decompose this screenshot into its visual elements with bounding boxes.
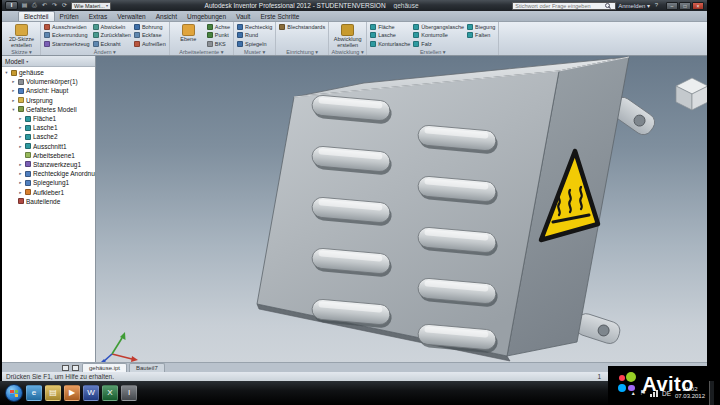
konturlasche-button[interactable]: Konturlasche xyxy=(370,40,410,48)
spiegeln-button[interactable]: Spiegeln xyxy=(237,40,272,48)
tree-item-ausschnitt1[interactable]: ▸Ausschnitt1 xyxy=(2,142,95,151)
tree-item-ursprung[interactable]: ▸Ursprung xyxy=(2,96,95,105)
tree-item-gefaltetes-modell[interactable]: ▾Gefaltetes Modell xyxy=(2,105,95,114)
panel-label[interactable]: Erstellen ▾ xyxy=(367,49,498,55)
start-button[interactable] xyxy=(5,384,23,402)
autodesk-inventor-taskbar-icon[interactable]: I xyxy=(121,385,137,401)
eckfase-button[interactable]: Eckfase xyxy=(134,31,166,39)
ribbon-tab-erste-schritte[interactable]: Erste Schritte xyxy=(255,12,304,21)
ebene-button[interactable]: Ebene xyxy=(173,23,204,43)
viewport-3d[interactable] xyxy=(96,56,707,362)
windows-media-player-taskbar-icon[interactable]: ▶ xyxy=(64,385,80,401)
close-button[interactable]: × xyxy=(692,2,704,10)
expander-icon[interactable]: ▾ xyxy=(11,107,16,112)
expander-icon[interactable]: ▸ xyxy=(11,88,16,93)
new-file-icon[interactable]: ▤ xyxy=(20,1,29,10)
bergangslasche-button[interactable]: Übergangslasche xyxy=(413,23,464,31)
browser-header[interactable]: Modell ▾ xyxy=(2,56,95,67)
tree-item-geh-use[interactable]: ▾gehäuse xyxy=(2,68,95,77)
expander-icon[interactable]: ▸ xyxy=(11,98,16,103)
cad-model[interactable] xyxy=(257,57,658,361)
ribbon-tab-blechteil[interactable]: Blechteil xyxy=(18,11,55,21)
panel-label[interactable]: Arbeitselemente ▾ xyxy=(170,49,233,55)
word-taskbar-icon[interactable]: W xyxy=(83,385,99,401)
abwickeln-button[interactable]: Abwickeln xyxy=(93,23,131,31)
excel-taskbar-icon[interactable]: X xyxy=(102,385,118,401)
bks-button[interactable]: BKS xyxy=(207,40,230,48)
expander-icon[interactable]: ▸ xyxy=(18,190,23,195)
tree-item-stanzwerkzeug1[interactable]: ▸Stanzwerkzeug1 xyxy=(2,160,95,169)
falten-button[interactable]: Falten xyxy=(467,31,495,39)
biegung-button[interactable]: Biegung xyxy=(467,23,495,31)
panel-label[interactable]: Abwicklung ▾ xyxy=(329,49,366,55)
aufrei-en-button[interactable]: Aufreißen xyxy=(134,40,166,48)
doc-tab-bauteil7[interactable]: Bauteil7 xyxy=(129,363,165,372)
tree-item-bauteilende[interactable]: Bauteilende xyxy=(2,197,95,206)
konturrolle-button[interactable]: Konturrolle xyxy=(413,31,464,39)
ribbon-tab-pr-fen[interactable]: Prüfen xyxy=(55,12,84,21)
fl-che-button[interactable]: Fläche xyxy=(370,23,410,31)
panel-label[interactable]: Einrichtung ▾ xyxy=(276,49,328,55)
zur-ckfalten-button[interactable]: Zurückfalten xyxy=(93,31,131,39)
ribbon-tab-extras[interactable]: Extras xyxy=(84,12,112,21)
tree-item-rechteckige-anordnung1[interactable]: ▸Rechteckige Anordnung1 xyxy=(2,169,95,178)
expander-icon[interactable]: ▸ xyxy=(11,79,16,84)
search-input[interactable] xyxy=(515,2,603,9)
rund-button[interactable]: Rund xyxy=(237,31,272,39)
abwicklung-erstellen-button[interactable]: Abwicklung erstellen xyxy=(332,23,363,49)
internet-explorer-taskbar-icon[interactable]: e xyxy=(26,385,42,401)
box-front-face[interactable] xyxy=(257,71,559,356)
expander-icon[interactable]: ▸ xyxy=(18,171,23,176)
save-icon[interactable]: ⎙ xyxy=(30,1,39,10)
application-menu-button[interactable]: I xyxy=(5,1,18,10)
ribbon-tab-umgebungen[interactable]: Umgebungen xyxy=(182,12,231,21)
ecknaht-button[interactable]: Ecknaht xyxy=(93,40,131,48)
expander-icon[interactable]: ▸ xyxy=(18,162,23,167)
tree-item-fl-che1[interactable]: ▸Fläche1 xyxy=(2,114,95,123)
tree-item-spiegelung1[interactable]: ▸Spiegelung1 xyxy=(2,178,95,187)
show-desktop-button[interactable] xyxy=(709,381,714,405)
expander-icon[interactable]: ▸ xyxy=(18,116,23,121)
signin-button[interactable]: Anmelden ▾ xyxy=(618,2,650,9)
bohrung-button[interactable]: Bohrung xyxy=(134,23,166,31)
tile-windows-icon[interactable] xyxy=(72,365,79,371)
panel-label[interactable]: Muster ▾ xyxy=(234,49,275,55)
help-icon[interactable]: ? xyxy=(652,1,661,10)
tree-item-lasche1[interactable]: ▸Lasche1 xyxy=(2,123,95,132)
panel-label[interactable]: Skizze ▾ xyxy=(3,49,40,55)
ribbon-tab-vault[interactable]: Vault xyxy=(231,12,255,21)
eckenrundung-button[interactable]: Eckenrundung xyxy=(44,31,90,39)
expander-icon[interactable]: ▾ xyxy=(4,70,9,75)
expander-icon[interactable]: ▸ xyxy=(18,180,23,185)
update-icon[interactable]: ⟳ xyxy=(60,1,69,10)
expander-icon[interactable]: ▸ xyxy=(18,144,23,149)
2d-skizze-erstellen-button[interactable]: 2D-Skizze erstellen xyxy=(6,23,37,49)
achse-button[interactable]: Achse xyxy=(207,23,230,31)
search-icon[interactable] xyxy=(605,3,610,8)
viewcube[interactable] xyxy=(676,78,707,110)
panel-label[interactable]: Ändern ▾ xyxy=(41,49,169,55)
stanzwerkzeug-button[interactable]: Stanzwerkzeug xyxy=(44,40,90,48)
ribbon-tab-verwalten[interactable]: Verwalten xyxy=(112,12,151,21)
minimize-button[interactable]: – xyxy=(666,2,678,10)
tree-item-ansicht-haupt[interactable]: ▸Ansicht: Haupt xyxy=(2,86,95,95)
maximize-button[interactable]: □ xyxy=(679,2,691,10)
punkt-button[interactable]: Punkt xyxy=(207,31,230,39)
windows-explorer-taskbar-icon[interactable]: ▤ xyxy=(45,385,61,401)
expander-icon[interactable]: ▸ xyxy=(18,134,23,139)
ribbon-tab-ansicht[interactable]: Ansicht xyxy=(151,12,182,21)
cascade-windows-icon[interactable] xyxy=(62,365,69,371)
redo-icon[interactable]: ↷ xyxy=(50,1,59,10)
scene-canvas[interactable] xyxy=(96,56,707,362)
tree-item-arbeitsebene1[interactable]: Arbeitsebene1 xyxy=(2,151,95,160)
lasche-button[interactable]: Lasche xyxy=(370,31,410,39)
doc-tab-geh-use-ipt[interactable]: gehäuse.ipt xyxy=(82,363,127,372)
tree-item-volumenk-rper-1[interactable]: ▸Volumenkörper(1) xyxy=(2,77,95,86)
tree-item-aufkleber1[interactable]: ▸Aufkleber1 xyxy=(2,187,95,196)
tree-item-lasche2[interactable]: ▸Lasche2 xyxy=(2,132,95,141)
rechteckig-button[interactable]: Rechteckig xyxy=(237,23,272,31)
material-override-dropdown[interactable]: Wie Materi... ▾ xyxy=(71,2,111,10)
falz-button[interactable]: Falz xyxy=(413,40,464,48)
ausschneiden-button[interactable]: Ausschneiden xyxy=(44,23,90,31)
blechstandards-button[interactable]: Blechstandards xyxy=(279,23,325,31)
